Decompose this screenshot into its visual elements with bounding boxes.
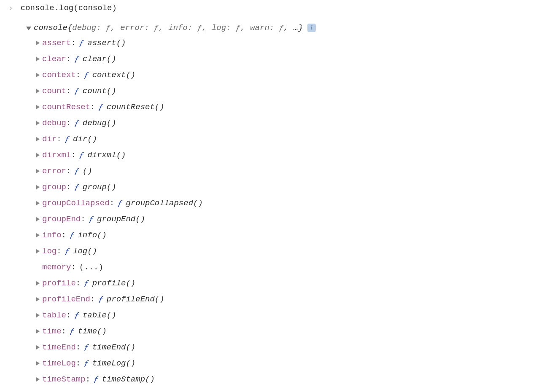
property-key: table [42, 307, 66, 323]
expand-arrow-right-icon[interactable] [36, 121, 40, 125]
colon: : [71, 259, 75, 275]
function-marker: ƒ [84, 355, 89, 371]
arrow-slot [35, 217, 42, 221]
colon: : [81, 211, 85, 227]
expand-arrow-right-icon[interactable] [36, 105, 40, 109]
function-name: context() [92, 67, 136, 83]
expand-arrow-right-icon[interactable] [36, 233, 40, 237]
function-name: dir() [73, 131, 97, 147]
info-icon[interactable]: i [307, 24, 316, 32]
property-row[interactable]: profile:ƒprofile() [35, 275, 525, 291]
expand-arrow-right-icon[interactable] [36, 41, 40, 45]
object-summary-row[interactable]: console {debug: ƒ, error: ƒ, info: ƒ, lo… [26, 23, 525, 32]
property-key: assert [42, 35, 71, 51]
property-row[interactable]: timeLog:ƒtimeLog() [35, 355, 525, 371]
property-key: timeLog [42, 355, 76, 371]
expand-arrow-right-icon[interactable] [36, 281, 40, 285]
arrow-slot [35, 377, 42, 381]
arrow-slot [35, 361, 42, 365]
property-key: memory [42, 259, 71, 275]
expand-arrow-down-icon[interactable] [26, 27, 31, 30]
expand-arrow-right-icon[interactable] [36, 297, 40, 301]
arrow-slot [35, 105, 42, 109]
property-key: groupEnd [42, 211, 81, 227]
property-row[interactable]: groupEnd:ƒgroupEnd() [35, 211, 525, 227]
expand-arrow-right-icon[interactable] [36, 89, 40, 93]
console-input-row: › console.log(console) [0, 0, 533, 17]
property-row[interactable]: trace:ƒ() [35, 387, 525, 392]
expand-arrow-right-icon[interactable] [36, 137, 40, 141]
colon: : [110, 195, 114, 211]
expand-arrow-right-icon[interactable] [36, 345, 40, 349]
property-row[interactable]: assert:ƒassert() [35, 35, 525, 51]
colon: : [86, 371, 90, 387]
property-key: dirxml [42, 147, 71, 163]
expand-arrow-right-icon[interactable] [36, 57, 40, 61]
expand-arrow-right-icon[interactable] [36, 377, 40, 381]
expand-arrow-right-icon[interactable] [36, 73, 40, 77]
property-row[interactable]: dirxml:ƒdirxml() [35, 147, 525, 163]
expand-arrow-right-icon[interactable] [36, 217, 40, 221]
property-row[interactable]: table:ƒtable() [35, 307, 525, 323]
object-preview: {debug: ƒ, error: ƒ, info: ƒ, log: ƒ, wa… [67, 23, 303, 32]
property-key: context [42, 67, 76, 83]
property-value[interactable]: (...) [79, 259, 103, 275]
function-marker: ƒ [94, 371, 98, 387]
property-row[interactable]: profileEnd:ƒprofileEnd() [35, 291, 525, 307]
property-row[interactable]: timeStamp:ƒtimeStamp() [35, 371, 525, 387]
property-row[interactable]: debug:ƒdebug() [35, 115, 525, 131]
property-row[interactable]: group:ƒgroup() [35, 179, 525, 195]
arrow-slot [35, 249, 42, 253]
property-row[interactable]: info:ƒinfo() [35, 227, 525, 243]
preview-key: info [168, 23, 188, 32]
property-row[interactable]: groupCollapsed:ƒgroupCollapsed() [35, 195, 525, 211]
property-row[interactable]: error:ƒ() [35, 163, 525, 179]
preview-comma: , [240, 23, 250, 32]
property-key: timeStamp [42, 371, 86, 387]
expand-arrow-right-icon[interactable] [36, 313, 40, 317]
property-row[interactable]: context:ƒcontext() [35, 67, 525, 83]
colon: : [76, 355, 81, 371]
expand-arrow-right-icon[interactable] [36, 153, 40, 157]
property-key: groupCollapsed [42, 195, 110, 211]
property-row[interactable]: time:ƒtime() [35, 323, 525, 339]
property-key: countReset [42, 99, 90, 115]
function-name: () [83, 387, 92, 392]
function-marker: ƒ [74, 115, 79, 131]
arrow-slot [35, 313, 42, 317]
property-row[interactable]: clear:ƒclear() [35, 51, 525, 67]
property-row[interactable]: count:ƒcount() [35, 83, 525, 99]
arrow-slot [35, 329, 42, 333]
property-row[interactable]: timeEnd:ƒtimeEnd() [35, 339, 525, 355]
colon: : [66, 163, 71, 179]
property-key: debug [42, 115, 66, 131]
colon: : [76, 275, 81, 291]
function-marker: ƒ [98, 99, 103, 115]
arrow-slot [35, 121, 42, 125]
function-marker: ƒ [79, 147, 84, 163]
expand-arrow-right-icon[interactable] [36, 185, 40, 189]
console-command[interactable]: console.log(console) [21, 3, 117, 13]
object-properties-list: assert:ƒassert()clear:ƒclear()context:ƒc… [26, 35, 525, 392]
arrow-slot [35, 201, 42, 205]
expand-arrow-right-icon[interactable] [36, 249, 40, 253]
function-name: profileEnd() [107, 291, 164, 307]
expand-arrow-right-icon[interactable] [36, 329, 40, 333]
preview-fn: ƒ [106, 23, 110, 32]
brace-open: { [67, 23, 72, 32]
colon: : [57, 131, 61, 147]
property-row[interactable]: countReset:ƒcountReset() [35, 99, 525, 115]
expand-arrow-right-icon[interactable] [36, 361, 40, 365]
arrow-slot [35, 169, 42, 173]
preview-sep: : [188, 23, 197, 32]
preview-fn: ƒ [154, 23, 159, 32]
expand-arrow-right-icon[interactable] [36, 169, 40, 173]
property-row[interactable]: dir:ƒdir() [35, 131, 525, 147]
expand-arrow-right-icon[interactable] [36, 201, 40, 205]
function-name: timeStamp() [102, 371, 154, 387]
function-marker: ƒ [84, 339, 89, 355]
preview-sep: : [226, 23, 236, 32]
property-row[interactable]: log:ƒlog() [35, 243, 525, 259]
prompt-marker-icon: › [8, 4, 13, 12]
property-row[interactable]: memory:(...) [35, 259, 525, 275]
